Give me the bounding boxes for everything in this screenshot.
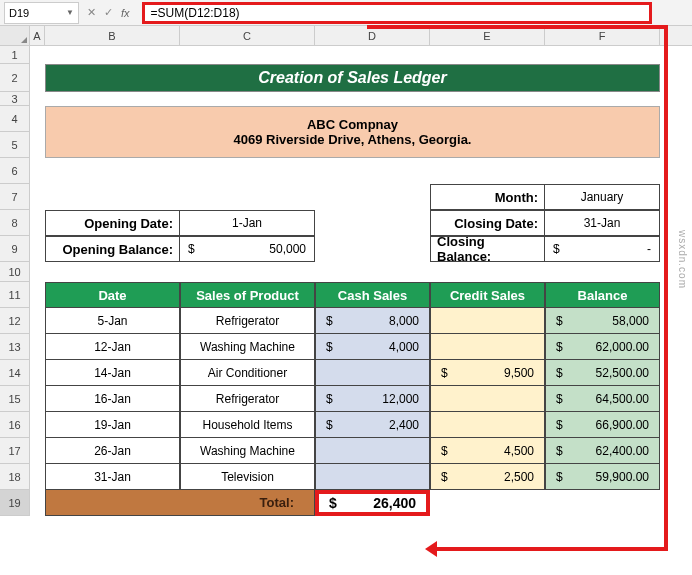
table-cell[interactable]: Refrigerator <box>180 308 315 334</box>
table-cell[interactable]: Television <box>180 464 315 490</box>
row-header[interactable]: 9 <box>0 236 30 262</box>
confirm-icon[interactable]: ✓ <box>104 6 113 19</box>
cancel-icon[interactable]: ✕ <box>87 6 96 19</box>
row-header[interactable]: 18 <box>0 464 30 490</box>
th-product: Sales of Product <box>180 282 315 308</box>
opening-balance-label: Opening Balance: <box>45 236 180 262</box>
col-header-D[interactable]: D <box>315 26 430 45</box>
table-cell[interactable]: Refrigerator <box>180 386 315 412</box>
table-cell[interactable] <box>315 464 430 490</box>
table-cell[interactable]: Air Conditioner <box>180 360 315 386</box>
row-header[interactable]: 15 <box>0 386 30 412</box>
table-row: 14-JanAir Conditioner$9,500$52,500.00 <box>45 360 660 386</box>
row-header[interactable]: 1 <box>0 46 30 64</box>
closing-balance-value: $- <box>545 236 660 262</box>
spreadsheet-grid: A B C D E F 1 2 3 4 5 6 7 8 9 10 11 12 1… <box>0 26 692 516</box>
row-header[interactable]: 6 <box>0 158 30 184</box>
total-cash-cell[interactable]: $26,400 <box>315 490 430 516</box>
table-cell[interactable] <box>430 334 545 360</box>
formula-bar-row: D19 ▼ ✕ ✓ fx =SUM(D12:D18) <box>0 0 692 26</box>
col-header-A[interactable]: A <box>30 26 45 45</box>
cells-area[interactable]: Creation of Sales Ledger ABC Compnay 406… <box>30 46 692 516</box>
company-address: 4069 Riverside Drive, Athens, Georgia. <box>234 132 472 147</box>
table-row: 5-JanRefrigerator$8,000$58,000 <box>45 308 660 334</box>
th-balance: Balance <box>545 282 660 308</box>
ledger-table: Date Sales of Product Cash Sales Credit … <box>45 282 660 516</box>
formula-text: =SUM(D12:D18) <box>151 6 240 20</box>
table-cell[interactable]: $59,900.00 <box>545 464 660 490</box>
table-row: 26-JanWashing Machine$4,500$62,400.00 <box>45 438 660 464</box>
table-header-row: Date Sales of Product Cash Sales Credit … <box>45 282 660 308</box>
table-row: 16-JanRefrigerator$12,000$64,500.00 <box>45 386 660 412</box>
table-cell[interactable]: $4,500 <box>430 438 545 464</box>
table-cell[interactable]: $62,000.00 <box>545 334 660 360</box>
table-cell[interactable]: $9,500 <box>430 360 545 386</box>
opening-balance-value: $50,000 <box>180 236 315 262</box>
table-cell[interactable]: 14-Jan <box>45 360 180 386</box>
formula-bar[interactable]: =SUM(D12:D18) <box>142 2 652 24</box>
row-header[interactable]: 17 <box>0 438 30 464</box>
row-header[interactable]: 16 <box>0 412 30 438</box>
col-header-B[interactable]: B <box>45 26 180 45</box>
table-cell[interactable]: $52,500.00 <box>545 360 660 386</box>
table-cell[interactable]: 19-Jan <box>45 412 180 438</box>
row-header[interactable]: 3 <box>0 92 30 106</box>
table-cell[interactable] <box>315 360 430 386</box>
row-header[interactable]: 11 <box>0 282 30 308</box>
table-cell[interactable]: $2,400 <box>315 412 430 438</box>
row-header[interactable]: 7 <box>0 184 30 210</box>
company-box: ABC Compnay 4069 Riverside Drive, Athens… <box>45 106 660 158</box>
table-cell[interactable]: 5-Jan <box>45 308 180 334</box>
row-header[interactable]: 19 <box>0 490 30 516</box>
name-box[interactable]: D19 ▼ <box>4 2 79 24</box>
table-row: 12-JanWashing Machine$4,000$62,000.00 <box>45 334 660 360</box>
table-cell[interactable]: $58,000 <box>545 308 660 334</box>
name-box-dropdown-icon[interactable]: ▼ <box>66 8 74 17</box>
table-cell[interactable] <box>315 438 430 464</box>
select-all-corner[interactable] <box>0 26 30 45</box>
row-header[interactable]: 8 <box>0 210 30 236</box>
row-header[interactable]: 10 <box>0 262 30 282</box>
row-headers: 1 2 3 4 5 6 7 8 9 10 11 12 13 14 15 16 1… <box>0 46 30 516</box>
table-cell[interactable]: $64,500.00 <box>545 386 660 412</box>
watermark: wsxdn.com <box>677 230 688 289</box>
closing-balance-label: Closing Balance: <box>430 236 545 262</box>
col-header-E[interactable]: E <box>430 26 545 45</box>
table-row: 19-JanHousehold Items$2,400$66,900.00 <box>45 412 660 438</box>
table-cell[interactable]: Washing Machine <box>180 334 315 360</box>
table-cell[interactable]: 16-Jan <box>45 386 180 412</box>
table-cell[interactable]: Washing Machine <box>180 438 315 464</box>
table-cell[interactable]: Household Items <box>180 412 315 438</box>
col-header-C[interactable]: C <box>180 26 315 45</box>
fx-icon[interactable]: fx <box>121 7 130 19</box>
total-label: Total: <box>45 490 315 516</box>
row-header[interactable]: 4 <box>0 106 30 132</box>
table-cell[interactable]: 12-Jan <box>45 334 180 360</box>
table-cell[interactable] <box>430 412 545 438</box>
opening-date-value: 1-Jan <box>180 210 315 236</box>
row-header[interactable]: 2 <box>0 64 30 92</box>
annotation-arrowhead-icon <box>425 541 437 557</box>
annotation-arrow <box>430 547 668 551</box>
table-cell[interactable]: $8,000 <box>315 308 430 334</box>
table-cell[interactable]: 31-Jan <box>45 464 180 490</box>
row-header[interactable]: 5 <box>0 132 30 158</box>
th-date: Date <box>45 282 180 308</box>
table-cell[interactable] <box>430 308 545 334</box>
th-cash: Cash Sales <box>315 282 430 308</box>
formula-icons: ✕ ✓ fx <box>87 6 134 19</box>
row-header[interactable]: 12 <box>0 308 30 334</box>
table-cell[interactable]: 26-Jan <box>45 438 180 464</box>
table-cell[interactable]: $4,000 <box>315 334 430 360</box>
table-cell[interactable] <box>430 386 545 412</box>
table-cell[interactable]: $2,500 <box>430 464 545 490</box>
table-cell[interactable]: $12,000 <box>315 386 430 412</box>
th-credit: Credit Sales <box>430 282 545 308</box>
closing-date-label: Closing Date: <box>430 210 545 236</box>
column-headers: A B C D E F <box>0 26 692 46</box>
col-header-F[interactable]: F <box>545 26 660 45</box>
table-cell[interactable]: $62,400.00 <box>545 438 660 464</box>
row-header[interactable]: 14 <box>0 360 30 386</box>
row-header[interactable]: 13 <box>0 334 30 360</box>
table-cell[interactable]: $66,900.00 <box>545 412 660 438</box>
